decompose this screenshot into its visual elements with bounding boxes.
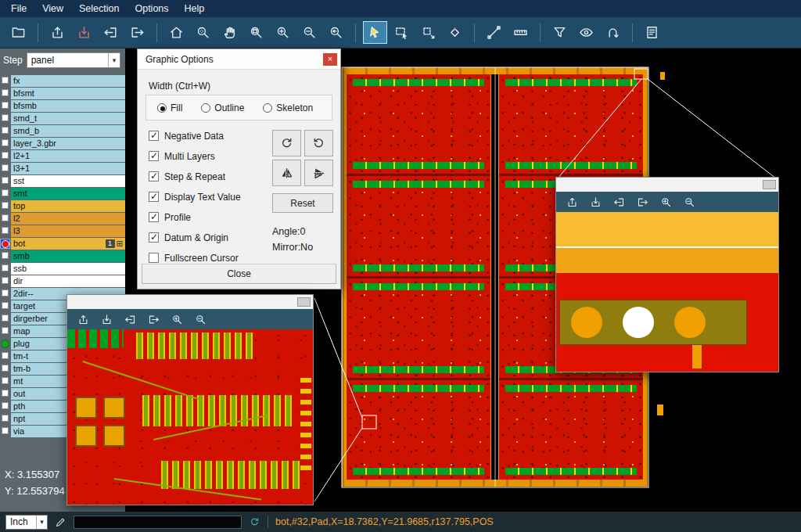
layer-row[interactable]: fx <box>0 75 125 87</box>
home-button[interactable] <box>164 21 189 44</box>
snap-diamond-button[interactable] <box>443 21 467 44</box>
close-button[interactable]: Close <box>142 264 336 284</box>
pcb-board-cell[interactable] <box>347 380 490 480</box>
layer-visibility-checkbox[interactable] <box>2 139 9 146</box>
dialog-checkbox[interactable]: Datum & Origin <box>149 232 241 243</box>
report-button[interactable] <box>640 21 664 44</box>
zoom-in-button[interactable] <box>271 21 295 44</box>
pcb-board-cell[interactable] <box>347 176 490 275</box>
layer-visibility-checkbox[interactable] <box>2 102 9 109</box>
export-button[interactable] <box>72 21 96 44</box>
layer-visibility-checkbox[interactable] <box>2 302 9 309</box>
pcb-board-cell[interactable] <box>499 74 643 174</box>
open-button[interactable] <box>6 21 31 44</box>
refresh-button[interactable] <box>249 516 260 528</box>
zoom-out-button[interactable] <box>297 21 321 44</box>
magnifier-titlebar[interactable] <box>556 178 778 192</box>
magnifier-window-right[interactable] <box>555 177 779 372</box>
layer-visibility-checkbox[interactable] <box>2 289 9 297</box>
layer-visibility-checkbox[interactable] <box>2 214 9 221</box>
forward-button[interactable] <box>145 311 162 328</box>
layer-visibility-checkbox[interactable] <box>2 77 9 84</box>
layer-row[interactable]: ssb <box>0 263 125 275</box>
layer-visibility-checkbox[interactable] <box>2 189 9 196</box>
layer-visibility-checkbox[interactable] <box>2 202 9 209</box>
magnifier-view[interactable] <box>67 329 313 505</box>
dialog-checkbox[interactable]: Multi Layers <box>149 151 241 161</box>
layer-row[interactable]: layer_3.gbr <box>0 138 125 149</box>
layer-visibility-checkbox[interactable] <box>2 152 9 159</box>
import-button[interactable] <box>45 21 70 44</box>
reset-button[interactable]: Reset <box>272 193 333 213</box>
zoom-previous-button[interactable] <box>324 21 348 44</box>
transform-select-button[interactable] <box>416 21 440 44</box>
mirror-horizontal-button[interactable] <box>304 160 333 186</box>
layer-visibility-checkbox[interactable] <box>2 315 9 322</box>
window-button[interactable] <box>763 180 776 189</box>
layer-visibility-checkbox[interactable] <box>2 365 9 372</box>
layer-row[interactable]: bot 1 ⊞ <box>0 238 125 250</box>
pan-button[interactable] <box>217 21 242 44</box>
layer-visibility-checkbox[interactable] <box>2 227 9 234</box>
jump-button[interactable] <box>601 21 625 44</box>
forward-button[interactable] <box>125 21 149 44</box>
magnifier-window-left[interactable] <box>66 294 314 505</box>
command-input[interactable] <box>74 516 242 529</box>
zoom-in-button[interactable] <box>168 311 185 328</box>
layer-visibility-checkbox[interactable] <box>2 277 9 284</box>
draft-tool-button[interactable] <box>55 516 66 528</box>
back-button[interactable] <box>610 193 627 210</box>
rotate-ccw-button[interactable] <box>304 130 333 156</box>
dialog-checkbox[interactable]: Profile <box>149 212 241 222</box>
export-button[interactable] <box>587 193 604 210</box>
export-button[interactable] <box>98 311 115 328</box>
layer-row[interactable]: l2 <box>0 213 125 225</box>
layer-row[interactable]: l3+1 <box>0 163 125 174</box>
layer-visibility-checkbox[interactable] <box>2 127 9 134</box>
forward-button[interactable] <box>634 193 651 210</box>
layer-row[interactable]: top <box>0 200 125 212</box>
mirror-vertical-button[interactable] <box>272 160 301 186</box>
layer-row[interactable]: smt <box>0 188 125 200</box>
layer-visibility-checkbox[interactable] <box>2 114 9 121</box>
menu-help[interactable]: Help <box>177 1 213 16</box>
rotate-cw-button[interactable] <box>272 130 301 156</box>
layer-row[interactable]: smb <box>0 250 125 262</box>
layer-row[interactable]: bfsmt <box>0 88 125 99</box>
zoom-window-button[interactable] <box>244 21 268 44</box>
dialog-checkbox[interactable]: Fullscreen Cursor <box>149 253 241 263</box>
select-button[interactable] <box>363 21 387 44</box>
menu-selection[interactable]: Selection <box>71 1 127 16</box>
zoom-fit-button[interactable] <box>191 21 215 44</box>
dialog-titlebar[interactable]: Graphic Options × <box>138 49 340 70</box>
back-button[interactable] <box>121 311 138 328</box>
layer-row[interactable]: smd_b <box>0 125 125 137</box>
radio-option[interactable]: Skeleton <box>263 102 313 113</box>
import-button[interactable] <box>74 311 92 328</box>
layer-visibility-checkbox[interactable] <box>2 164 9 171</box>
layer-visibility-checkbox[interactable] <box>2 415 9 422</box>
import-button[interactable] <box>563 193 580 210</box>
dialog-checkbox[interactable]: Display Text Value <box>149 192 241 202</box>
highlight-button[interactable] <box>574 21 598 44</box>
layer-visibility-checkbox[interactable] <box>2 327 9 334</box>
layer-row[interactable]: bfsmb <box>0 100 125 112</box>
dialog-close-button[interactable]: × <box>323 53 337 66</box>
step-select[interactable]: panel ▾ <box>27 52 120 68</box>
layer-visibility-checkbox[interactable] <box>2 377 9 384</box>
layer-row[interactable]: smd_t <box>0 113 125 124</box>
dialog-checkbox[interactable]: Negative Data <box>149 131 241 141</box>
menu-view[interactable]: View <box>34 1 71 16</box>
radio-option[interactable]: Fill <box>157 102 182 113</box>
window-button[interactable] <box>297 297 311 307</box>
menu-options[interactable]: Options <box>127 1 176 16</box>
marquee-select-button[interactable] <box>390 21 414 44</box>
layer-row[interactable]: l2+1 <box>0 150 125 162</box>
pcb-board-cell[interactable] <box>499 380 643 480</box>
pcb-board-cell[interactable] <box>347 279 490 378</box>
magnifier-titlebar[interactable] <box>67 295 313 309</box>
back-button[interactable] <box>99 21 123 44</box>
zoom-out-button[interactable] <box>681 193 698 210</box>
layer-visibility-checkbox[interactable] <box>2 177 9 184</box>
layer-row[interactable]: sst <box>0 175 125 187</box>
